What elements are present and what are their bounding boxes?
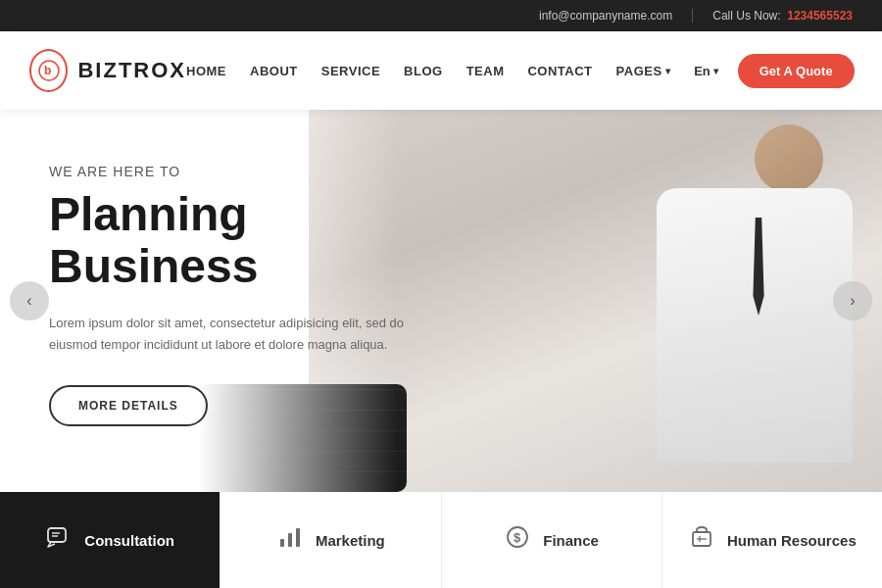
consultation-label: Consultation [84,532,174,549]
email-address: info@companyname.com [539,9,672,23]
call-label: Call Us Now: 1234565523 [712,9,853,23]
human-resources-label: Human Resources [727,532,857,549]
get-quote-button[interactable]: Get A Quote [738,54,855,88]
nav-about[interactable]: ABOUT [250,64,298,78]
nav-pages[interactable]: PAGES ▾ [616,64,671,78]
main-nav: HOME ABOUT SERVICE BLOG TEAM CONTACT PAG… [186,64,718,78]
human-resources-icon [688,523,715,557]
marketing-icon [276,523,304,557]
chevron-right-icon: › [850,292,855,310]
phone-number: 1234565523 [787,9,853,23]
language-selector[interactable]: En ▾ [694,64,718,78]
nav-service[interactable]: SERVICE [321,64,380,78]
service-item-human-resources[interactable]: Human Resources [662,492,882,588]
svg-text:b: b [44,64,51,77]
logo-text: BIZTROX [77,58,186,83]
chevron-down-icon: ▾ [665,66,671,76]
more-details-button[interactable]: MORE DETAILS [49,385,208,426]
top-bar: info@companyname.com Call Us Now: 123456… [0,0,882,31]
svg-rect-7 [296,528,300,547]
logo-area[interactable]: b BIZTROX [29,39,186,102]
top-bar-divider [692,9,693,23]
svg-rect-6 [288,533,292,547]
svg-rect-2 [48,528,66,542]
header: b BIZTROX HOME ABOUT SERVICE BLOG TEAM C… [0,31,882,110]
chevron-left-icon: ‹ [26,292,31,310]
hero-title: Planning Business [49,189,421,293]
hero-subtitle: WE ARE HERE TO [49,164,421,179]
nav-contact[interactable]: CONTACT [527,64,592,78]
nav-blog[interactable]: BLOG [404,64,443,78]
service-bar: Consultation Marketing $ Finance [0,492,882,588]
hero-arrow-left[interactable]: ‹ [10,281,49,320]
nav-home[interactable]: HOME [186,64,226,78]
finance-label: Finance [543,532,599,549]
hero-arrow-right[interactable]: › [833,281,872,320]
logo-icon: b [29,49,68,92]
svg-rect-5 [280,539,284,547]
hero-description: Lorem ipsum dolor sit amet, consectetur … [49,313,421,356]
chevron-down-icon: ▾ [713,66,718,76]
service-item-finance[interactable]: $ Finance [442,492,662,588]
svg-text:$: $ [514,530,521,545]
nav-team[interactable]: TEAM [466,64,505,78]
service-item-consultation[interactable]: Consultation [0,492,220,588]
hero-section: WE ARE HERE TO Planning Business Lorem i… [0,110,882,492]
hero-content: WE ARE HERE TO Planning Business Lorem i… [0,110,470,480]
service-item-marketing[interactable]: Marketing [220,492,441,588]
consultation-icon [45,523,73,557]
finance-icon: $ [504,523,531,557]
marketing-label: Marketing [316,532,385,549]
